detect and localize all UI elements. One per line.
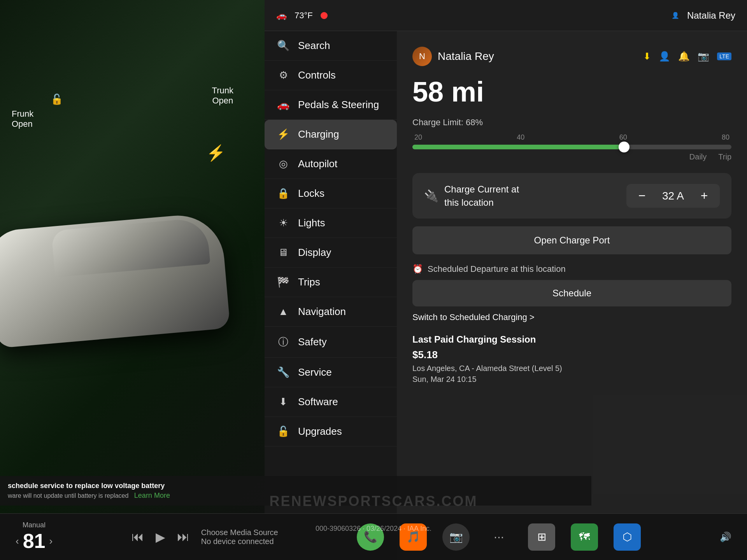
charge-limit-section: Charge Limit: 68% 20 40 60 80 Daily Trip [412,117,731,161]
volume-icon[interactable]: 🔊 [720,532,731,542]
locks-icon: 🔒 [276,187,290,200]
top-bar-right: 👤 Natalia Rey [672,10,735,21]
media-info: Choose Media Source No device connected [201,528,278,546]
next-track-button[interactable]: ⏭ [177,530,189,544]
charge-track[interactable] [412,145,731,149]
sidebar-item-label-navigation: Navigation [298,306,346,318]
sidebar-item-controls[interactable]: ⚙ Controls [265,61,397,90]
person-icon: 👤 [659,51,670,62]
camera-button[interactable]: 📷 [442,523,470,551]
lock-car-icon: 🔓 [51,93,62,105]
sidebar-item-label-locks: Locks [298,187,324,200]
sidebar-item-label-charging: Charging [298,128,339,140]
footer-info: 000-39060326 · 03/26/2024 · IAA Inc. [316,525,431,533]
search-icon: 🔍 [276,40,290,52]
plug-icon: 🔌 [424,189,438,203]
charge-fill [412,145,630,149]
sidebar-item-label-search: Search [298,40,330,52]
car-icon: 🚗 [276,10,287,21]
user-avatar: N [412,47,432,66]
scale-60: 60 [619,133,627,142]
pedals-icon: 🚗 [276,99,290,111]
sidebar-item-label-upgrades: Upgrades [298,425,342,438]
sidebar-item-software[interactable]: ⬇ Software [265,387,397,417]
trip-label[interactable]: Trip [718,152,731,161]
prev-track-button[interactable]: ⏮ [132,530,144,544]
speed-value: 81 [23,529,46,553]
range-miles: 58 mi [412,78,731,106]
last-session-section: Last Paid Charging Session $5.18 Los Ang… [412,334,731,384]
lights-icon: ☀ [276,217,290,229]
software-icon: ⬇ [276,396,290,408]
user-info: N Natalia Rey [412,47,494,66]
clock-icon: ⏰ [412,264,423,274]
scale-80: 80 [722,133,729,142]
last-session-title: Last Paid Charging Session [412,334,731,345]
open-charge-port-button[interactable]: Open Charge Port [412,226,731,254]
user-header: N Natalia Rey ⬇ 👤 🔔 📷 LTE [412,47,731,66]
daily-label[interactable]: Daily [689,152,707,161]
sidebar-item-label-autopilot: Autopilot [298,158,337,170]
sidebar-item-label-pedals: Pedals & Steering [298,99,379,111]
sidebar-item-label-service: Service [298,366,332,378]
more-button[interactable]: ··· [485,523,512,551]
last-session-amount: $5.18 [412,349,731,361]
service-alert-main-text: schedule service to replace low voltage … [8,482,584,490]
schedule-button[interactable]: Schedule [412,280,731,306]
bell-icon[interactable]: 🔔 [678,51,690,62]
sidebar-item-safety[interactable]: ⓘ Safety [265,327,397,358]
scale-40: 40 [517,133,524,142]
service-icon: 🔧 [276,366,290,378]
sidebar-item-upgrades[interactable]: 🔓 Upgrades [265,417,397,446]
trunk-status: Trunk Open [212,86,233,106]
lte-badge: LTE [717,52,731,60]
sidebar-item-locks[interactable]: 🔒 Locks [265,179,397,208]
autopilot-icon: ◎ [276,158,290,170]
grid-button[interactable]: ⊞ [528,523,555,551]
controls-icon: ⚙ [276,69,290,81]
safety-icon: ⓘ [276,335,290,349]
speed-label: Manual [23,521,46,529]
speed-up-arrow[interactable]: › [49,535,53,547]
switch-charging-link[interactable]: Switch to Scheduled Charging > [412,312,731,322]
play-button[interactable]: ▶ [156,530,165,544]
sidebar-item-label-lights: Lights [298,217,325,229]
learn-more-link[interactable]: Learn More [134,492,170,499]
sidebar-item-trips[interactable]: 🏁 Trips [265,268,397,297]
sidebar-item-display[interactable]: 🖥 Display [265,238,397,268]
sidebar-item-pedals[interactable]: 🚗 Pedals & Steering [265,90,397,120]
sidebar-item-navigation[interactable]: ▲ Navigation [265,297,397,327]
navigation-icon: ▲ [276,306,290,318]
sidebar-item-search[interactable]: 🔍 Search [265,31,397,61]
scheduled-departure-section: ⏰ Scheduled Departure at this location S… [412,264,731,322]
frunk-status: Frunk Open [12,109,33,129]
bluetooth-button[interactable]: ⬡ [614,523,641,551]
top-bar-left: 🚗 73°F [276,10,328,21]
temperature-display: 73°F [295,10,313,21]
charge-increase-button[interactable]: + [696,189,712,203]
sidebar-item-label-safety: Safety [298,336,327,348]
media-controls: ⏮ ▶ ⏭ Choose Media Source No device conn… [132,528,278,546]
sidebar-item-autopilot[interactable]: ◎ Autopilot [265,149,397,179]
scale-20: 20 [414,133,422,142]
download-icon[interactable]: ⬇ [643,51,651,62]
range-display: 58 mi [412,78,731,106]
camera-icon: 📷 [698,51,709,62]
charge-thumb[interactable] [619,142,630,152]
speed-arrows: ‹ 81 › [16,529,53,553]
sidebar-item-lights[interactable]: ☀ Lights [265,208,397,238]
charge-decrease-button[interactable]: − [634,189,650,203]
media-source: Choose Media Source [201,528,278,537]
speed-down-arrow[interactable]: ‹ [16,535,19,547]
upgrades-icon: 🔓 [276,425,290,438]
charge-current-info: 🔌 Charge Current at this location [424,183,519,209]
sidebar-item-charging[interactable]: ⚡ Charging [265,120,397,149]
charge-current-value: 32 A [658,190,689,202]
map-button[interactable]: 🗺 [571,523,598,551]
top-bar: 🚗 73°F 👤 Natalia Rey [265,0,747,31]
sidebar-item-service[interactable]: 🔧 Service [265,358,397,387]
charge-current-text: Charge Current at this location [444,183,519,209]
user-name: Natalia Rey [438,50,494,63]
media-sub: No device connected [201,537,278,546]
watermark: RENEWSPORTSCARS.COM [269,493,477,509]
